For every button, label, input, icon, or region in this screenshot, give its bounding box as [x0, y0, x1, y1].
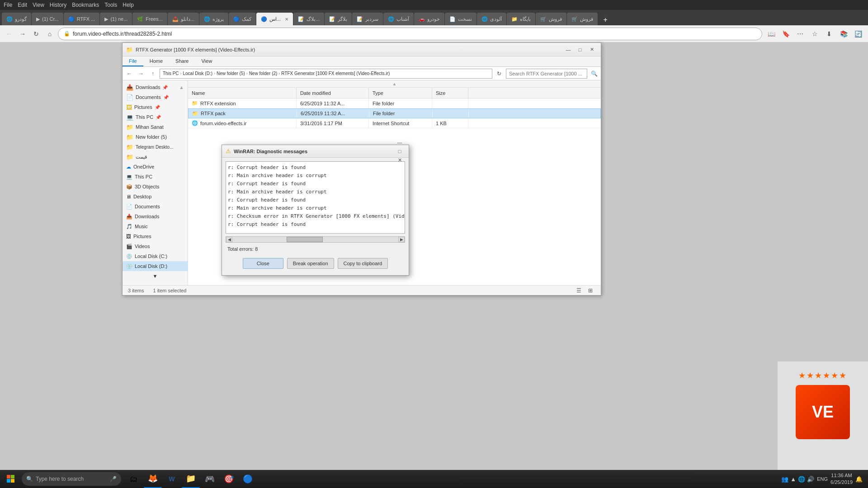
fe-search-button[interactable]: 🔍 — [589, 69, 599, 79]
col-header-date[interactable]: Date modified — [297, 88, 369, 98]
volume-icon[interactable]: 🔊 — [807, 476, 814, 483]
view-details-button[interactable]: ☰ — [574, 286, 584, 296]
chevron-up-icon[interactable]: ▲ — [790, 476, 796, 483]
col-header-size[interactable]: Size — [432, 88, 468, 98]
favorites-button[interactable]: ☆ — [808, 28, 821, 40]
menu-history[interactable]: History — [50, 2, 66, 8]
tab-9-active[interactable]: 🔵 اس... ✕ — [256, 13, 293, 25]
downloads-button[interactable]: ⬇ — [823, 28, 835, 40]
fe-item-rtfx-pack[interactable]: 📁 RTFX pack 6/25/2019 11:32 A... File fo… — [188, 108, 601, 118]
fe-refresh-button[interactable]: ↻ — [494, 69, 504, 79]
ribbon-tab-view[interactable]: View — [195, 56, 218, 66]
tab-19[interactable]: 🛒 فروش — [567, 13, 598, 25]
home-button[interactable]: ⌂ — [44, 28, 55, 39]
ribbon-tab-home[interactable]: Home — [143, 56, 169, 66]
tab-12[interactable]: 📝 سردبر — [352, 13, 383, 25]
tab-13[interactable]: 🌐 آشناب — [383, 13, 414, 25]
library-button[interactable]: 📚 — [837, 28, 850, 40]
sidebar-item-music[interactable]: 🎵 Music — [123, 221, 188, 231]
tab-3[interactable]: 🔵 RTFX ... — [64, 13, 100, 25]
back-button[interactable]: ← — [4, 28, 14, 39]
taskbar-app-firefox[interactable]: 🦊 — [144, 470, 162, 488]
refresh-button[interactable]: ↻ — [31, 28, 42, 39]
tab-1[interactable]: 🌐 گودرو — [2, 13, 31, 25]
network-icon[interactable]: 🌐 — [798, 476, 805, 483]
view-icons-button[interactable]: ⊞ — [585, 286, 595, 296]
wr-minimize-button[interactable]: ― — [394, 138, 405, 147]
taskbar-app-app3[interactable]: 🔵 — [239, 470, 257, 488]
sidebar-item-videos[interactable]: 🎬 Videos — [123, 241, 188, 251]
sidebar-item-documents[interactable]: 📄 Documents 📌 — [123, 92, 188, 102]
wr-maximize-button[interactable]: □ — [394, 147, 405, 156]
tab-7[interactable]: 🌐 پروژه — [199, 13, 228, 25]
wr-copy-clipboard-btn[interactable]: Copy to clipboard — [338, 258, 388, 269]
sidebar-item-new-folder-5[interactable]: 📁 New folder (5) — [123, 132, 188, 142]
taskbar-search[interactable]: 🔍 Type here to search 🎤 — [22, 472, 121, 486]
wr-break-operation-btn[interactable]: Break operation — [287, 258, 334, 269]
tab-14[interactable]: 🚗 خودرو — [414, 13, 444, 25]
scrollbar-left-arrow[interactable]: ◀ — [226, 237, 232, 242]
sidebar-item-downloads-pinned[interactable]: 📥 Downloads 📌 ▲ — [123, 82, 188, 92]
sidebar-item-pictures2[interactable]: 🖼 Pictures — [123, 231, 188, 241]
wr-messages-area[interactable]: r: Corrupt header is found r: Main archi… — [226, 161, 405, 234]
synced-tabs-button[interactable]: 🔄 — [852, 28, 864, 40]
address-bar[interactable]: 🔒 forum.video-effects.ir/thread28285-2.h… — [58, 28, 762, 40]
fe-item-rtfx-extension[interactable]: 📁 RTFX extension 6/25/2019 11:32 A... Fi… — [188, 99, 601, 108]
new-tab-button[interactable]: + — [600, 14, 611, 25]
minimize-button[interactable]: ― — [563, 45, 574, 54]
wr-horizontal-scrollbar[interactable]: ◀ ▶ — [226, 236, 405, 243]
ribbon-tab-share[interactable]: Share — [169, 56, 195, 66]
lang-indicator[interactable]: ENG — [817, 476, 828, 482]
fe-search-input[interactable] — [506, 69, 587, 79]
people-icon[interactable]: 👥 — [781, 476, 788, 483]
sidebar-collapse-arrow[interactable]: ▼ — [123, 271, 188, 281]
scrollbar-thumb[interactable] — [287, 237, 323, 242]
start-button[interactable] — [2, 470, 20, 488]
sidebar-item-local-d[interactable]: 💿 Local Disk (D:) — [123, 261, 188, 271]
tab-6[interactable]: 📥 دانلو... — [168, 13, 199, 25]
fe-up-button[interactable]: ↑ — [148, 69, 158, 79]
system-clock[interactable]: 11:36 AM 6/25/2019 — [830, 472, 853, 486]
taskbar-app-explorer[interactable]: 📁 — [182, 470, 200, 488]
taskbar-app-game2[interactable]: 🎯 — [220, 470, 238, 488]
taskbar-app-multitasking[interactable]: 🗂 — [125, 470, 143, 488]
sidebar-item-thispc-pinned[interactable]: 💻 This PC 📌 — [123, 112, 188, 122]
fe-forward-button[interactable]: → — [136, 69, 146, 79]
menu-help[interactable]: Help — [123, 2, 134, 8]
fe-item-forum-link[interactable]: 🌐 forum.video-effects.ir 3/31/2016 1:17 … — [188, 118, 601, 128]
sidebar-item-telegram[interactable]: 📁 Telegram Deskto... — [123, 142, 188, 152]
bookmarks-sidebar-button[interactable]: 🔖 — [779, 28, 792, 40]
tab-close-9[interactable]: ✕ — [285, 17, 288, 22]
sidebar-item-local-c[interactable]: 💿 Local Disk (C:) — [123, 251, 188, 261]
sidebar-item-thispc[interactable]: 💻 This PC — [123, 172, 188, 182]
tab-18[interactable]: 🛒 فروش — [536, 13, 566, 25]
tab-10[interactable]: 📝 بلاگ... — [293, 13, 324, 25]
menu-tools[interactable]: Tools — [104, 2, 117, 8]
notifications-icon[interactable]: 🔔 — [855, 476, 863, 483]
sidebar-item-3dobjects[interactable]: 📦 3D Objects — [123, 182, 188, 192]
sidebar-item-gheymat[interactable]: 📁 قیمت — [123, 152, 188, 162]
tab-17[interactable]: 📁 بایگاه — [507, 13, 535, 25]
scrollbar-right-arrow[interactable]: ▶ — [398, 237, 405, 242]
tab-4[interactable]: ▶ (1) ne... — [100, 13, 132, 25]
sidebar-item-documents2[interactable]: 📄 Documents — [123, 202, 188, 211]
close-button[interactable]: ✕ — [586, 45, 597, 54]
tab-11[interactable]: 📝 بلاگر — [325, 13, 352, 25]
sidebar-item-onedrive[interactable]: ☁ OneDrive — [123, 162, 188, 172]
wr-close-btn[interactable]: Close — [243, 258, 283, 269]
tab-16[interactable]: 🌐 آلودی — [477, 13, 506, 25]
extensions-button[interactable]: ⋯ — [794, 28, 807, 40]
tab-5[interactable]: 🌿 Frees... — [132, 13, 167, 25]
sidebar-item-downloads[interactable]: 📥 Downloads — [123, 211, 188, 221]
sidebar-item-pictures[interactable]: 🖼 Pictures 📌 — [123, 102, 188, 112]
menu-edit[interactable]: Edit — [18, 2, 27, 8]
col-header-name[interactable]: Name — [188, 88, 297, 98]
menu-bookmarks[interactable]: Bookmarks — [72, 2, 99, 8]
taskbar-app-word[interactable]: W — [163, 470, 181, 488]
fe-breadcrumb[interactable]: This PC › Local Disk (D:) › New folder (… — [160, 69, 492, 79]
fe-back-button[interactable]: ← — [124, 69, 134, 79]
menu-view[interactable]: View — [33, 2, 44, 8]
tab-8[interactable]: 🔵 کمک — [229, 13, 256, 25]
taskbar-app-game1[interactable]: 🎮 — [201, 470, 219, 488]
menu-file[interactable]: File — [4, 2, 12, 8]
